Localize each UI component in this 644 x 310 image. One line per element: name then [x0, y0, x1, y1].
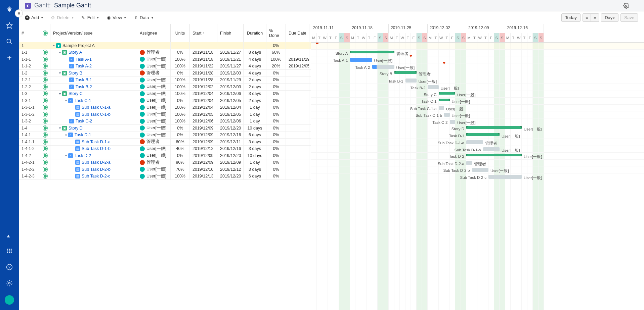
- row-name[interactable]: ▾◆Sample Project A: [50, 42, 137, 49]
- task-name[interactable]: Task C-1: [75, 98, 91, 103]
- edit-button[interactable]: ✎Edit: [81, 15, 99, 20]
- row-name[interactable]: ▤Sub Task D-1-b: [50, 146, 137, 152]
- task-name[interactable]: Sub Task D-2-c: [82, 174, 110, 178]
- task-name[interactable]: Task D-2: [75, 153, 91, 158]
- row-name[interactable]: ▾▣Story D: [50, 125, 137, 132]
- gantt-bar[interactable]: Sub Task D-1-bUser[一般]: [483, 147, 500, 151]
- expand-caret-icon[interactable]: ▾: [59, 71, 61, 75]
- task-name[interactable]: Task B-2: [76, 85, 92, 89]
- col-done[interactable]: % Done: [266, 24, 286, 42]
- grid-row[interactable]: 1-3-1-2▤Sub Task C-1-bUser[一般]100%2019/1…: [19, 111, 311, 118]
- task-name[interactable]: Sub Task C-1-b: [82, 112, 111, 117]
- col-assignee[interactable]: Assignee: [137, 24, 171, 42]
- task-name[interactable]: Sub Task C-1-a: [82, 105, 111, 110]
- jira-logo-icon[interactable]: [5, 5, 13, 13]
- col-status[interactable]: [40, 24, 50, 42]
- gantt-bar[interactable]: Story B管理者: [394, 71, 417, 74]
- task-name[interactable]: Sub Task D-1-b: [82, 146, 111, 151]
- grid-row[interactable]: 1▾◆Sample Project A0%: [19, 42, 311, 49]
- grid-row[interactable]: 1-4-2▾✓Task D-2User[一般]0%2019/12/092019/…: [19, 152, 311, 159]
- gantt-bar[interactable]: Task A-1User[一般]: [350, 58, 372, 62]
- task-name[interactable]: Story C: [69, 91, 83, 96]
- next-button[interactable]: »: [591, 13, 599, 22]
- task-name[interactable]: Story D: [69, 126, 83, 131]
- grid-row[interactable]: 1-4-2-3▤Sub Task D-2-cUser[一般]100%2019/1…: [19, 173, 311, 180]
- grid-row[interactable]: 1-3▾▣Story CUser[一般]100%2019/12/042019/1…: [19, 91, 311, 98]
- grid-row[interactable]: 1-2-1✓Task B-1User[一般]100%2019/11/282019…: [19, 77, 311, 84]
- expand-caret-icon[interactable]: ▾: [65, 154, 67, 157]
- row-name[interactable]: ▾▣Story A: [50, 49, 137, 56]
- expand-caret-icon[interactable]: ▾: [65, 99, 67, 102]
- grid-row[interactable]: 1-2▾▣Story B管理者0%2019/11/282019/12/034 d…: [19, 70, 311, 77]
- col-due[interactable]: Due Date: [286, 24, 309, 42]
- feedback-icon[interactable]: [5, 231, 13, 239]
- grid-row[interactable]: 1-4-1-2▤Sub Task D-1-bUser[一般]40%2019/12…: [19, 146, 311, 153]
- help-icon[interactable]: ?: [5, 263, 13, 271]
- grid-row[interactable]: 1-3-1-1▤Sub Task C-1-aUser[一般]100%2019/1…: [19, 104, 311, 111]
- add-button[interactable]: +Add: [25, 15, 43, 20]
- col-finish[interactable]: Finish: [217, 24, 244, 42]
- gantt-bar[interactable]: Sub Task D-2-a管理者: [466, 161, 472, 165]
- row-name[interactable]: ▾▣Story B: [50, 70, 137, 76]
- task-name[interactable]: Story B: [69, 71, 82, 75]
- gear-icon[interactable]: [623, 3, 629, 9]
- grid-row[interactable]: 1-4-2-2▤Sub Task D-2-bUser[一般]70%2019/12…: [19, 166, 311, 173]
- today-button[interactable]: Today: [561, 13, 581, 22]
- expand-caret-icon[interactable]: ▾: [59, 92, 61, 96]
- save-button[interactable]: Save: [620, 13, 638, 22]
- menu-dropdown-icon[interactable]: [632, 3, 638, 9]
- gantt-bar[interactable]: Task C-2User[一般]: [450, 120, 456, 124]
- gantt-bar[interactable]: Story A管理者: [350, 51, 394, 53]
- task-name[interactable]: Sub Task D-1-a: [82, 140, 111, 144]
- task-name[interactable]: Sub Task D-2-b: [82, 167, 111, 172]
- gantt-bar[interactable]: Sub Task C-1-bUser[一般]: [444, 113, 450, 117]
- row-name[interactable]: ▾✓Task D-1: [50, 132, 137, 139]
- data-button[interactable]: ⇪Data: [133, 15, 153, 20]
- gantt-bar[interactable]: Task C-1User[一般]: [439, 99, 450, 101]
- grid-row[interactable]: 1-1-1✓Task A-1User[一般]100%2019/11/182019…: [19, 56, 311, 63]
- row-name[interactable]: ▾✓Task D-2: [50, 152, 137, 159]
- gantt-bar[interactable]: Task B-1User[一般]: [405, 79, 417, 83]
- gantt-bar[interactable]: Task D-2User[一般]: [466, 154, 522, 156]
- gantt-bar[interactable]: Story DUser[一般]: [466, 126, 522, 129]
- grid-row[interactable]: 1-4-2-1▤Sub Task D-2-a管理者80%2019/12/0920…: [19, 159, 311, 166]
- row-name[interactable]: ✓Task A-2: [50, 63, 137, 70]
- task-name[interactable]: Task C-2: [76, 119, 92, 123]
- grid-row[interactable]: 1-3-2✓Task C-2User[一般]100%2019/12/062019…: [19, 118, 311, 125]
- row-name[interactable]: ✓Task C-2: [50, 118, 137, 125]
- col-start[interactable]: Start↑: [190, 24, 217, 42]
- expand-caret-icon[interactable]: ▾: [59, 126, 61, 130]
- grid-row[interactable]: 1-4-1-1▤Sub Task D-1-a管理者60%2019/12/0920…: [19, 139, 311, 146]
- expand-caret-icon[interactable]: ▾: [59, 51, 61, 54]
- expand-caret-icon[interactable]: ▾: [53, 44, 55, 47]
- prev-button[interactable]: «: [583, 13, 591, 22]
- row-name[interactable]: ▤Sub Task D-2-a: [50, 159, 137, 166]
- grid-row[interactable]: 1-2-2✓Task B-2User[一般]100%2019/12/022019…: [19, 84, 311, 91]
- settings-icon[interactable]: [5, 279, 13, 287]
- row-name[interactable]: ▤Sub Task D-2-c: [50, 173, 137, 180]
- row-name[interactable]: ▤Sub Task D-2-b: [50, 166, 137, 173]
- gantt-bar[interactable]: Sub Task D-2-bUser[一般]: [472, 168, 489, 172]
- row-name[interactable]: ▾▣Story C: [50, 91, 137, 97]
- sidebar-collapse-toggle[interactable]: ≡: [15, 9, 23, 17]
- timeline-body[interactable]: Story A管理者Task A-1User[一般]Task A-2User[一…: [311, 43, 644, 310]
- gantt-bar[interactable]: Sub Task C-1-aUser[一般]: [439, 106, 444, 110]
- user-avatar[interactable]: [5, 295, 14, 305]
- grid-row[interactable]: 1-1-2✓Task A-2User[一般]100%2019/11/222019…: [19, 63, 311, 70]
- gantt-bar[interactable]: Task B-2User[一般]: [428, 85, 439, 89]
- apps-icon[interactable]: [5, 247, 13, 255]
- row-name[interactable]: ▤Sub Task D-1-a: [50, 139, 137, 145]
- grid-row[interactable]: 1-1▾▣Story A管理者0%2019/11/182019/11/278 d…: [19, 49, 311, 56]
- row-name[interactable]: ▤Sub Task C-1-b: [50, 111, 137, 118]
- expand-caret-icon[interactable]: ▾: [65, 133, 67, 137]
- scale-selector[interactable]: Day: [601, 13, 618, 22]
- task-name[interactable]: Sub Task D-2-a: [82, 160, 111, 165]
- gantt-bar[interactable]: Story CUser[一般]: [439, 92, 456, 95]
- task-name[interactable]: Task D-1: [75, 133, 91, 137]
- row-name[interactable]: ▾✓Task C-1: [50, 97, 137, 104]
- col-units[interactable]: Units: [171, 24, 190, 42]
- gantt-bar[interactable]: Sub Task D-1-a管理者: [466, 140, 483, 144]
- task-name[interactable]: Task B-1: [76, 78, 92, 82]
- col-name[interactable]: Project/Version/Issue: [50, 24, 137, 42]
- col-num[interactable]: #: [19, 24, 40, 42]
